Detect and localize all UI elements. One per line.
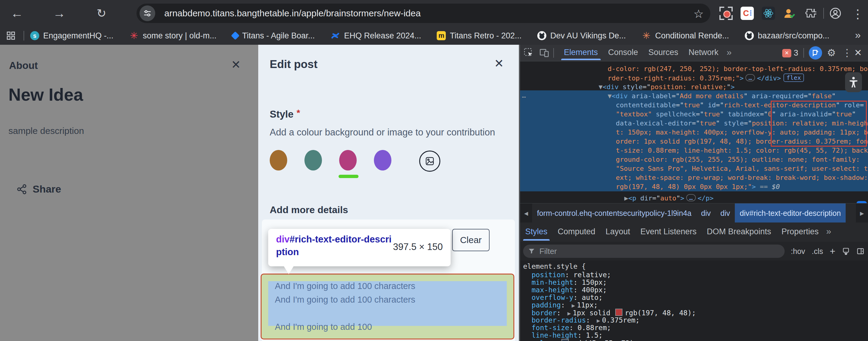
dom-node-line[interactable]: rder-top-right-radius: 0.375rem;">…</div… bbox=[608, 74, 806, 83]
color-swatch-4[interactable] bbox=[374, 150, 392, 171]
issues-badge[interactable]: ✕ 3 bbox=[782, 48, 798, 58]
color-swatch-3[interactable] bbox=[339, 150, 357, 171]
styles-tab-layout[interactable]: Layout bbox=[600, 223, 635, 240]
expand-ellipsis-badge[interactable]: … bbox=[686, 194, 696, 201]
styles-tab-event-listeners[interactable]: Event Listeners bbox=[635, 223, 702, 240]
address-bar[interactable]: arnabdemo.titans.bangthetable.in/apple/b… bbox=[136, 4, 710, 23]
hov-toggle[interactable]: :hov bbox=[791, 247, 805, 256]
bookmark-item[interactable]: ✳Conditional Rende... bbox=[642, 31, 729, 40]
devtools-tab-sources[interactable]: Sources bbox=[643, 45, 683, 60]
devtools-more-tabs-chevron[interactable]: » bbox=[724, 45, 735, 61]
css-property-row[interactable]: overflow-y: auto; bbox=[532, 293, 602, 302]
dom-node-line[interactable]: rgb(197, 48, 48) 0px 0px 0px 1px;"> == $… bbox=[616, 182, 780, 191]
devtools-tab-network[interactable]: Network bbox=[683, 45, 724, 60]
expand-arrow-icon[interactable]: ▶ bbox=[567, 310, 571, 316]
styles-filter-input[interactable]: Filter bbox=[523, 245, 785, 258]
settings-gear-icon[interactable]: ⚙ bbox=[827, 45, 836, 61]
scroll-adorner-icon[interactable] bbox=[857, 201, 867, 203]
site-settings-icon[interactable] bbox=[140, 5, 155, 21]
color-swatch-1[interactable] bbox=[270, 150, 287, 171]
expand-arrow-icon[interactable]: ▶ bbox=[572, 302, 575, 309]
dom-node-line[interactable]: d-color: rgb(247, 250, 252); border-top-… bbox=[608, 64, 868, 74]
expand-arrow-icon[interactable]: ▶ bbox=[597, 317, 600, 324]
dom-node-line[interactable]: ground-color: rgb(255, 255, 255); outlin… bbox=[616, 155, 860, 164]
apps-grid-icon[interactable] bbox=[6, 31, 16, 40]
dom-node-line[interactable]: "Source Sans Pro", Helvetica, Arial, san… bbox=[616, 164, 868, 173]
breadcrumb-item[interactable]: div#rich-text-editor-description bbox=[735, 203, 846, 223]
css-property-row[interactable]: padding: ▶11px; bbox=[532, 301, 598, 309]
color-swatch-icon[interactable] bbox=[615, 309, 622, 316]
about-close-icon[interactable]: ✕ bbox=[231, 58, 241, 72]
styles-tab-properties[interactable]: Properties bbox=[776, 223, 824, 240]
css-property-row[interactable]: border-radius: ▶0.375rem; bbox=[532, 316, 640, 324]
devtools-menu-kebab-icon[interactable]: ⋮ bbox=[842, 45, 852, 61]
dom-node-line[interactable]: t-size: 0.88rem; line-height: 1.5; color… bbox=[616, 146, 868, 155]
bookmark-star-icon[interactable]: ☆ bbox=[693, 7, 704, 21]
styles-pane[interactable]: element.style { position: relative;min-h… bbox=[520, 261, 868, 341]
device-toolbar-icon[interactable] bbox=[539, 48, 549, 57]
bookmark-item[interactable]: Dev AU Vikings De... bbox=[537, 31, 626, 40]
new-style-rule-icon[interactable]: + bbox=[830, 246, 835, 257]
dom-node-line[interactable]: ▼<div aria-label="Add more details" aria… bbox=[608, 92, 836, 101]
breadcrumb-left-chevron[interactable]: ◂ bbox=[520, 203, 532, 223]
browser-menu-kebab-icon[interactable]: ⋮ bbox=[849, 5, 866, 22]
breadcrumb-item[interactable]: form-control.ehq-contentsecuritypolicy-1… bbox=[532, 203, 696, 223]
cls-toggle[interactable]: .cls bbox=[812, 247, 823, 256]
css-property-name[interactable]: color bbox=[532, 339, 552, 341]
css-property-name[interactable]: border bbox=[532, 309, 557, 317]
color-swatch-2[interactable] bbox=[304, 150, 322, 171]
reload-button[interactable]: ↻ bbox=[93, 5, 110, 22]
styles-more-tabs-chevron[interactable]: » bbox=[824, 223, 834, 242]
inspect-element-icon[interactable] bbox=[524, 48, 533, 57]
sidebar-toggle-icon[interactable] bbox=[857, 247, 864, 255]
bookmark-item[interactable]: bazaar/src/compo... bbox=[745, 31, 829, 40]
styles-tab-computed[interactable]: Computed bbox=[553, 223, 601, 240]
css-property-row[interactable]: border: ▶1px solid rgb(197, 48, 48); bbox=[532, 309, 696, 317]
color-swatch-icon[interactable] bbox=[561, 339, 569, 341]
bookmark-item[interactable]: ✳some story | old-m... bbox=[129, 31, 217, 40]
bookmarks-overflow-chevron[interactable]: » bbox=[855, 29, 861, 41]
css-property-name[interactable]: padding bbox=[532, 301, 561, 309]
bookmark-item[interactable]: sEngagementHQ -... bbox=[30, 31, 114, 40]
profile-avatar[interactable] bbox=[829, 7, 842, 20]
breadcrumb-item[interactable]: div bbox=[715, 203, 735, 223]
expand-ellipsis-badge[interactable]: … bbox=[745, 74, 755, 81]
css-property-row[interactable]: color: rgb(45, 55, 72); bbox=[532, 339, 638, 341]
css-property-name[interactable]: line-height bbox=[532, 331, 578, 339]
rich-text-editor[interactable]: And I'm going to add 100 charactersAnd I… bbox=[261, 274, 514, 340]
elements-tree[interactable]: d-color: rgb(247, 250, 252); border-top-… bbox=[520, 61, 868, 203]
breadcrumb-right-chevron[interactable]: ▸ bbox=[856, 203, 868, 223]
ai-assistance-icon[interactable] bbox=[809, 46, 822, 60]
back-button[interactable]: ← bbox=[8, 5, 25, 22]
dom-node-line[interactable]: ▶<p dir="auto">…</p> bbox=[624, 194, 714, 203]
css-property-name[interactable]: position bbox=[532, 271, 565, 279]
node-hover-dots[interactable]: … bbox=[522, 92, 526, 99]
screenshot-extension-icon[interactable] bbox=[719, 7, 733, 20]
url-text[interactable]: arnabdemo.titans.bangthetable.in/apple/b… bbox=[164, 4, 421, 23]
css-property-row[interactable]: position: relative; bbox=[532, 271, 611, 279]
bookmark-item[interactable]: mTitans Retro - 202... bbox=[437, 31, 522, 40]
css-property-name[interactable]: border-radius bbox=[532, 316, 586, 324]
bookmark-item[interactable]: Titans - Agile Boar... bbox=[232, 31, 315, 40]
styles-tab-dom-breakpoints[interactable]: DOM Breakpoints bbox=[702, 223, 776, 240]
styles-tab-styles[interactable]: Styles bbox=[520, 223, 553, 240]
image-upload-button[interactable] bbox=[419, 150, 440, 172]
user-check-extension-icon[interactable] bbox=[783, 7, 796, 20]
css-property-row[interactable]: line-height: 1.5; bbox=[532, 331, 602, 339]
css-property-row[interactable]: font-size: 0.88rem; bbox=[532, 324, 611, 332]
rendering-icon[interactable] bbox=[842, 247, 850, 255]
colorzilla-extension-icon[interactable]: C⁞ bbox=[741, 7, 754, 20]
css-property-name[interactable]: overflow-y bbox=[532, 293, 573, 302]
devtools-close-icon[interactable]: ✕ bbox=[854, 45, 862, 61]
css-property-row[interactable]: min-height: 150px; bbox=[532, 278, 607, 286]
css-property-row[interactable]: max-height: 400px; bbox=[532, 286, 607, 294]
dom-node-line[interactable]: ▼<div style="position: relative;"> bbox=[598, 83, 735, 92]
accessibility-person-icon[interactable] bbox=[845, 72, 862, 92]
breadcrumb-item[interactable]: div bbox=[696, 203, 715, 223]
bookmark-item[interactable]: EHQ Release 2024... bbox=[331, 31, 421, 40]
extensions-puzzle-icon[interactable] bbox=[804, 7, 817, 20]
forward-button[interactable]: → bbox=[51, 5, 68, 22]
css-property-name[interactable]: min-height bbox=[532, 278, 573, 286]
devtools-tab-elements[interactable]: Elements bbox=[559, 45, 603, 60]
react-devtools-extension-icon[interactable] bbox=[762, 7, 775, 20]
